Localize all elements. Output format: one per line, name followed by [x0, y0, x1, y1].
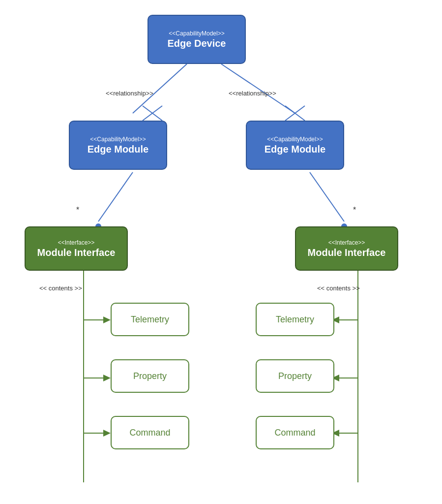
module-interface-right-title: Module Interface — [308, 247, 386, 258]
svg-marker-16 — [103, 430, 111, 437]
right-telemetry-label: Telemetry — [276, 315, 314, 325]
right-command-label: Command — [274, 428, 315, 438]
svg-line-0 — [133, 64, 187, 113]
relationship-right-label: <<relationship>> — [229, 90, 276, 97]
module-interface-left-node: <<Interface>> Module Interface — [25, 226, 128, 271]
relationship-left-label: <<relationship>> — [106, 90, 153, 97]
edge-module-left-title: Edge Module — [88, 144, 148, 155]
svg-line-8 — [310, 172, 344, 221]
module-interface-left-title: Module Interface — [37, 247, 116, 258]
left-property-box: Property — [111, 359, 189, 393]
left-telemetry-box: Telemetry — [111, 303, 189, 336]
svg-marker-12 — [103, 316, 111, 323]
right-command-box: Command — [256, 416, 334, 449]
edge-module-left-stereotype: <<CapabilityModel>> — [90, 136, 146, 143]
edge-device-node: <<CapabilityModel>> Edge Device — [147, 15, 246, 64]
svg-marker-14 — [103, 375, 111, 381]
edge-device-title: Edge Device — [168, 38, 226, 49]
svg-line-3 — [143, 106, 162, 121]
svg-line-2 — [143, 106, 162, 121]
diagram-container: <<CapabilityModel>> Edge Device <<relati… — [0, 0, 442, 504]
edge-module-right-stereotype: <<CapabilityModel>> — [267, 136, 323, 143]
edge-module-right-title: Edge Module — [265, 144, 325, 155]
edge-module-right-node: <<CapabilityModel>> Edge Module — [246, 121, 344, 170]
right-property-label: Property — [278, 371, 312, 381]
multiplicity-right-label: * — [353, 206, 356, 215]
svg-line-6 — [98, 172, 133, 221]
svg-line-4 — [285, 106, 305, 121]
contents-left-label: << contents >> — [39, 284, 82, 292]
svg-line-1 — [221, 64, 295, 113]
contents-right-label: << contents >> — [317, 284, 360, 292]
left-telemetry-label: Telemetry — [131, 315, 169, 325]
edge-module-left-node: <<CapabilityModel>> Edge Module — [69, 121, 167, 170]
svg-line-5 — [285, 106, 305, 121]
left-command-box: Command — [111, 416, 189, 449]
left-command-label: Command — [129, 428, 170, 438]
multiplicity-left-label: * — [76, 206, 79, 215]
module-interface-right-stereotype: <<Interface>> — [328, 239, 365, 246]
right-telemetry-box: Telemetry — [256, 303, 334, 336]
edge-device-stereotype: <<CapabilityModel>> — [169, 30, 224, 37]
right-property-box: Property — [256, 359, 334, 393]
left-property-label: Property — [133, 371, 167, 381]
module-interface-right-node: <<Interface>> Module Interface — [295, 226, 398, 271]
module-interface-left-stereotype: <<Interface>> — [58, 239, 95, 246]
